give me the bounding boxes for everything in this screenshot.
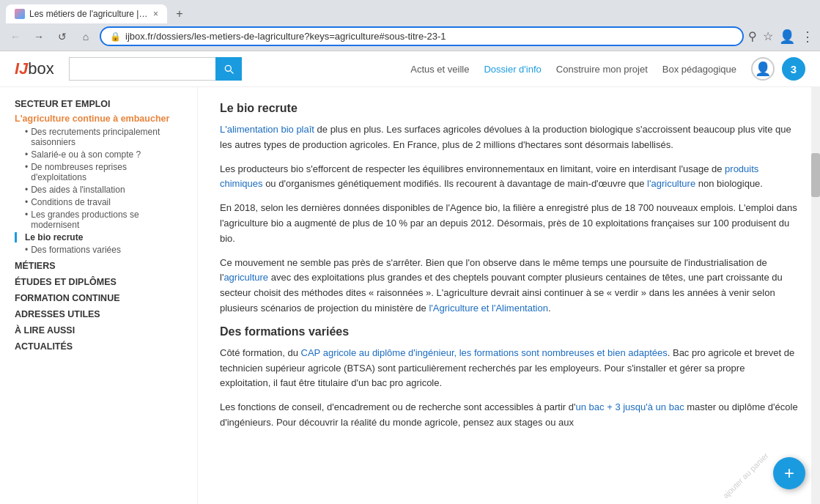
nav-box[interactable]: Box pédagogique	[662, 64, 736, 75]
search-icon[interactable]: ⚲	[748, 29, 757, 43]
nav-actus[interactable]: Actus et veille	[410, 64, 469, 75]
lock-icon: 🔒	[110, 32, 121, 42]
sidebar-section-adresses[interactable]: ADRESSES UTILES	[15, 309, 182, 319]
scrollbar-thumb[interactable]	[811, 153, 820, 197]
sidebar-item-aides[interactable]: Des aides à l'installation	[15, 185, 182, 195]
sidebar-item-grandes[interactable]: Les grandes productions se modernisent	[15, 210, 182, 230]
back-button[interactable]: ←	[6, 27, 25, 46]
sidebar-item-conditions[interactable]: Conditions de travail	[15, 197, 182, 207]
sidebar-section-lire[interactable]: À LIRE AUSSI	[15, 325, 182, 336]
nav-dossier[interactable]: Dossier d'info	[484, 64, 541, 75]
sidebar-item-formations[interactable]: Des formations variées	[15, 245, 182, 255]
user-profile-icon[interactable]: 👤	[751, 57, 775, 81]
sidebar-item-salarie[interactable]: Salarié-e ou à son compte ?	[15, 149, 182, 160]
address-text: ijbox.fr/dossiers/les-metiers-de-lagricu…	[125, 31, 734, 42]
bookmark-icon[interactable]: ☆	[763, 29, 773, 43]
section1-paragraph2: Les producteurs bio s'efforcent de respe…	[220, 162, 798, 193]
notification-badge[interactable]: 3	[782, 57, 805, 81]
address-bar[interactable]: 🔒 ijbox.fr/dossiers/les-metiers-de-lagri…	[100, 26, 744, 46]
nav-construire[interactable]: Construire mon projet	[556, 64, 648, 75]
search-bar	[69, 57, 242, 81]
new-tab-button[interactable]: +	[170, 4, 189, 23]
address-right-icons: ⚲ ☆ 👤 ⋮	[748, 29, 814, 45]
link-agri2[interactable]: agriculture	[224, 272, 268, 283]
tab-favicon	[15, 9, 25, 19]
sidebar-section-formation-continue[interactable]: FORMATION CONTINUE	[15, 293, 182, 303]
link-cap[interactable]: CAP agricole au diplôme d'ingénieur, les…	[301, 347, 668, 358]
logo-ij: IJ	[15, 59, 28, 78]
header-icons: 👤 3	[751, 57, 805, 81]
sidebar-item-bio[interactable]: Le bio recrute	[15, 232, 182, 242]
profile-icon[interactable]: 👤	[779, 29, 795, 45]
section2-paragraph1: Côté formation, du CAP agricole au diplô…	[220, 346, 798, 391]
sidebar-section-emploi: SECTEUR ET EMPLOI	[15, 99, 182, 109]
section2-paragraph2: Les fonctions de conseil, d'encadrement …	[220, 400, 798, 431]
section1-paragraph4: Ce mouvement ne semble pas près de s'arr…	[220, 256, 798, 316]
active-tab[interactable]: Les métiers de l'agriculture | IJ b... ×	[6, 4, 167, 23]
sidebar: SECTEUR ET EMPLOI L'agriculture continue…	[0, 87, 198, 504]
home-button[interactable]: ⌂	[76, 27, 95, 46]
sidebar-section-actualites[interactable]: ACTUALITÉS	[15, 341, 182, 352]
sidebar-active-link[interactable]: L'agriculture continue à embaucher	[15, 114, 182, 124]
tab-close-button[interactable]: ×	[153, 9, 158, 19]
sidebar-section-etudes[interactable]: ÉTUDES ET DIPLÔMES	[15, 277, 182, 287]
address-bar-row: ← → ↺ ⌂ 🔒 ijbox.fr/dossiers/les-metiers-…	[0, 23, 820, 51]
menu-icon[interactable]: ⋮	[801, 29, 814, 45]
site-logo[interactable]: IJ box	[15, 59, 54, 78]
fab-button[interactable]: +	[773, 457, 805, 489]
sidebar-section-metiers[interactable]: MÉTIERS	[15, 261, 182, 271]
tab-title: Les métiers de l'agriculture | IJ b...	[29, 9, 149, 19]
section1-title: Le bio recrute	[220, 102, 798, 115]
forward-button[interactable]: →	[29, 27, 48, 46]
link-agriculture[interactable]: l'agriculture	[647, 178, 695, 189]
logo-box: box	[28, 59, 53, 78]
search-icon	[223, 63, 234, 75]
link-bac3[interactable]: un bac + 3 jusqu'à un bac	[576, 401, 684, 412]
main-content: Le bio recrute L'alimentation bio plaît …	[198, 87, 820, 504]
section1-paragraph3: En 2018, selon les dernières données dis…	[220, 201, 798, 246]
scrollbar-track[interactable]	[811, 87, 820, 504]
search-button[interactable]	[215, 57, 242, 81]
main-nav: Actus et veille Dossier d'info Construir…	[410, 64, 736, 75]
browser-chrome: Les métiers de l'agriculture | IJ b... ×…	[0, 0, 820, 51]
link-ministere[interactable]: l'Agriculture et l'Alimentation	[429, 303, 547, 314]
sidebar-item-reprises[interactable]: De nombreuses reprises d'exploitations	[15, 162, 182, 182]
sidebar-item-recrutements[interactable]: Des recrutements principalement saisonni…	[15, 127, 182, 147]
site-header: IJ box Actus et veille Dossier d'info Co…	[0, 51, 820, 87]
link-alimentation[interactable]: L'alimentation bio plaît	[220, 124, 314, 135]
section2-title: Des formations variées	[220, 325, 798, 338]
main-area: SECTEUR ET EMPLOI L'agriculture continue…	[0, 87, 820, 504]
search-input[interactable]	[69, 57, 215, 81]
section1-paragraph1: L'alimentation bio plaît de plus en plus…	[220, 122, 798, 153]
watermark: ajouter au panier	[721, 451, 770, 500]
tab-bar: Les métiers de l'agriculture | IJ b... ×…	[0, 0, 820, 23]
refresh-button[interactable]: ↺	[53, 27, 72, 46]
